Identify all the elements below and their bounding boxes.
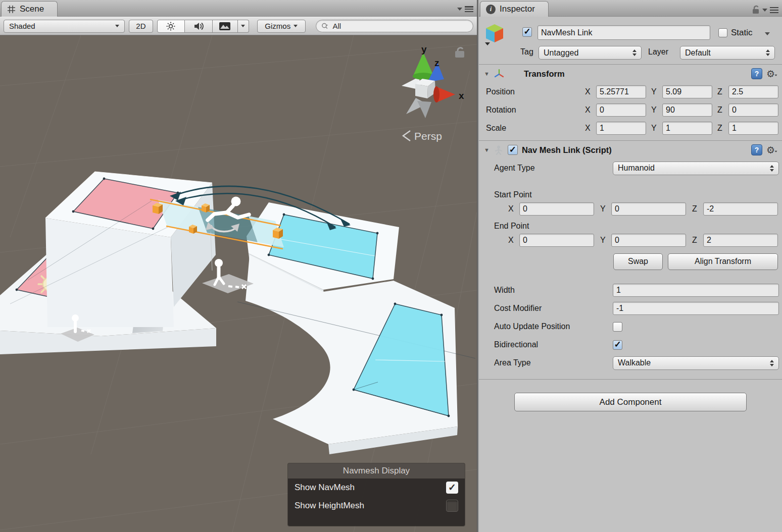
axis-y-label: Y	[651, 124, 662, 133]
foldout-icon[interactable]: ▼	[484, 147, 490, 153]
shading-mode-label: Shaded	[9, 22, 35, 30]
shading-mode-dropdown[interactable]: Shaded	[4, 20, 125, 33]
scale-y-field[interactable]	[662, 122, 712, 135]
gear-icon[interactable]: ⚙	[766, 145, 778, 155]
scene-3d-view: y z x Persp	[0, 35, 477, 532]
end-point-row: X Y Z	[479, 232, 782, 249]
width-field[interactable]	[613, 284, 779, 297]
scene-search-field[interactable]	[316, 20, 473, 32]
axis-z-label: Z	[717, 105, 728, 115]
navmeshlink-component: ▼ Nav Mesh Link (Script) ? ⚙ Agent Type …	[479, 141, 782, 380]
swap-button[interactable]: Swap	[613, 253, 663, 270]
navmesh-display-title: Navmesh Display	[288, 463, 465, 478]
axis-z-label: Z	[717, 124, 728, 133]
scene-toolbar: Shaded 2D	[0, 17, 477, 35]
lighting-toggle-button[interactable]	[157, 20, 185, 33]
gameobject-cube-icon[interactable]	[483, 22, 506, 46]
static-checkbox[interactable]	[718, 28, 727, 37]
show-heightmesh-checkbox[interactable]	[446, 500, 458, 512]
show-navmesh-checkbox[interactable]	[446, 482, 458, 494]
scale-label: Scale	[486, 124, 585, 133]
updown-arrows-icon	[770, 165, 774, 172]
auto-update-checkbox[interactable]	[613, 322, 622, 332]
width-label: Width	[494, 286, 613, 295]
align-transform-button[interactable]: Align Transform	[668, 253, 778, 270]
panel-dropdown-icon[interactable]	[762, 9, 767, 14]
tag-dropdown[interactable]: Untagged	[539, 46, 642, 60]
bidirectional-label: Bidirectional	[494, 340, 613, 349]
transform-header[interactable]: ▼ Transform ? ⚙	[479, 65, 782, 83]
grid-icon	[7, 5, 16, 14]
rotation-y-field[interactable]	[662, 103, 712, 117]
transform-icon	[494, 68, 505, 79]
axis-y-label: Y	[651, 87, 662, 96]
inspector-panel-menu[interactable]	[752, 5, 778, 15]
scale-row: Scale X Y Z	[479, 119, 782, 137]
area-type-label: Area Type	[494, 358, 613, 367]
speaker-icon	[193, 21, 204, 31]
position-x-field[interactable]	[596, 85, 646, 98]
add-component-button[interactable]: Add Component	[514, 393, 747, 411]
gameobject-enabled-checkbox[interactable]	[522, 27, 532, 37]
help-icon[interactable]: ?	[751, 144, 762, 155]
agent-type-dropdown[interactable]: Humanoid	[613, 162, 779, 175]
start-z-field[interactable]	[703, 202, 778, 216]
foldout-icon[interactable]: ▼	[484, 71, 490, 77]
scene-tabbar: Scene	[0, 0, 477, 17]
help-icon[interactable]: ?	[751, 68, 762, 79]
area-type-dropdown[interactable]: Walkable	[613, 356, 779, 370]
layer-dropdown[interactable]: Default	[680, 46, 775, 60]
cost-modifier-field[interactable]	[613, 302, 779, 315]
image-icon	[219, 22, 231, 31]
end-z-field[interactable]	[703, 234, 778, 247]
effects-toggle-button[interactable]	[213, 20, 238, 33]
scale-x-field[interactable]	[596, 122, 646, 135]
axis-y-label[interactable]: y	[421, 44, 427, 55]
scene-tab-label: Scene	[20, 4, 44, 14]
start-point-label: Start Point	[479, 186, 782, 200]
agent-type-value: Humanoid	[618, 164, 655, 173]
layer-label: Layer	[648, 47, 668, 57]
gizmos-dropdown[interactable]: Gizmos	[257, 20, 306, 33]
search-input[interactable]	[331, 21, 468, 31]
scale-z-field[interactable]	[728, 122, 778, 135]
axis-y-label: Y	[600, 236, 611, 245]
scene-panel-menu[interactable]	[457, 5, 473, 13]
static-dropdown-icon[interactable]	[765, 32, 770, 38]
axis-x-label[interactable]: x	[459, 90, 464, 101]
scene-viewport[interactable]: y z x Persp Navmesh Display Show N	[0, 35, 477, 532]
axis-y-label: Y	[651, 105, 662, 115]
tag-label: Tag	[520, 47, 533, 57]
link-buttons-row: Swap Align Transform	[479, 253, 782, 270]
position-z-field[interactable]	[728, 85, 778, 98]
start-y-field[interactable]	[611, 202, 686, 216]
axis-x-label: X	[508, 204, 519, 214]
axis-z-label[interactable]: z	[434, 58, 439, 68]
tab-scene[interactable]: Scene	[1, 1, 58, 17]
component-enabled-checkbox[interactable]	[508, 145, 518, 155]
end-x-field[interactable]	[519, 234, 594, 247]
panel-dropdown-icon[interactable]	[457, 8, 462, 13]
persp-label[interactable]: Persp	[414, 130, 442, 142]
bidirectional-checkbox[interactable]	[613, 340, 622, 350]
gear-icon[interactable]: ⚙	[766, 69, 778, 79]
static-label: Static	[731, 28, 753, 38]
rotation-x-field[interactable]	[596, 103, 646, 117]
gameobject-name-field[interactable]	[537, 25, 710, 40]
start-x-field[interactable]	[519, 202, 594, 216]
bidirectional-row: Bidirectional	[479, 336, 782, 354]
axis-z-label: Z	[717, 87, 728, 96]
toggle-2d-button[interactable]: 2D	[129, 20, 153, 33]
chevron-down-icon	[241, 25, 245, 29]
tab-inspector[interactable]: i Inspector	[480, 1, 549, 17]
lock-icon[interactable]	[752, 5, 760, 15]
rotation-z-field[interactable]	[728, 103, 778, 117]
position-y-field[interactable]	[662, 85, 712, 98]
effects-dropdown-button[interactable]	[238, 20, 249, 33]
navmeshlink-header[interactable]: ▼ Nav Mesh Link (Script) ? ⚙	[479, 141, 782, 159]
audio-toggle-button[interactable]	[185, 20, 213, 33]
panel-menu-icon[interactable]	[465, 6, 473, 12]
show-heightmesh-label: Show HeightMesh	[295, 501, 364, 511]
end-y-field[interactable]	[611, 234, 686, 247]
panel-menu-icon[interactable]	[770, 7, 778, 13]
